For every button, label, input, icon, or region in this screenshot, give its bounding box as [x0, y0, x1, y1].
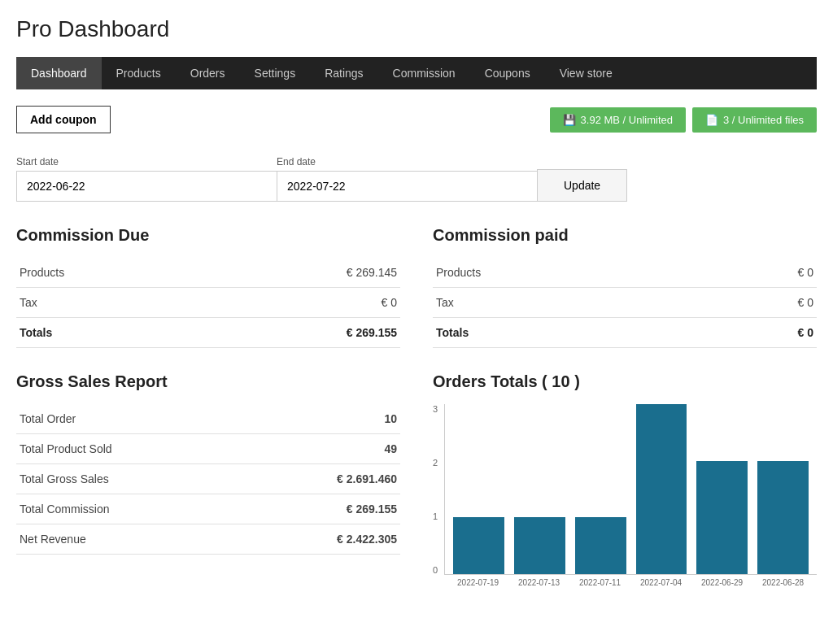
products-label: Products: [16, 258, 198, 288]
commission-due-panel: Commission Due Products € 269.145 Tax € …: [16, 226, 400, 348]
end-date-field: End date: [277, 156, 537, 202]
start-date-label: Start date: [16, 156, 277, 168]
storage-badges: 💾 3.92 MB / Unlimited 📄 3 / Unlimited fi…: [550, 107, 817, 133]
products-value: € 0: [700, 258, 817, 288]
commission-paid-panel: Commission paid Products € 0 Tax € 0 Tot…: [433, 226, 817, 348]
navigation: Dashboard Products Orders Settings Ratin…: [16, 57, 817, 89]
end-date-input[interactable]: [277, 171, 537, 202]
x-axis-label: 2022-07-04: [635, 578, 687, 587]
bar[interactable]: [453, 517, 504, 574]
table-row: Tax € 0: [16, 288, 400, 318]
table-row: Total Gross Sales € 2.691.460: [16, 464, 400, 494]
table-row: Products € 269.145: [16, 258, 400, 288]
products-value: € 269.145: [198, 258, 400, 288]
gross-sales-table: Total Order 10 Total Product Sold 49 Tot…: [16, 404, 400, 555]
tax-value: € 0: [700, 288, 817, 318]
tax-label: Tax: [16, 288, 198, 318]
x-axis-label: 2022-07-13: [513, 578, 565, 587]
page-title: Pro Dashboard: [16, 16, 817, 42]
nav-item-ratings[interactable]: Ratings: [310, 57, 377, 89]
storage-badge: 💾 3.92 MB / Unlimited: [550, 107, 686, 133]
commission-section: Commission Due Products € 269.145 Tax € …: [16, 226, 817, 348]
y-label-0: 0: [433, 565, 438, 575]
table-row: Total Product Sold 49: [16, 434, 400, 464]
table-row-totals: Totals € 0: [433, 318, 817, 348]
x-axis-label: 2022-06-29: [696, 578, 748, 587]
date-filter: Start date End date Update: [16, 153, 817, 202]
commission-paid-table: Products € 0 Tax € 0 Totals € 0: [433, 258, 817, 348]
start-date-input[interactable]: [16, 171, 277, 202]
products-label: Products: [433, 258, 700, 288]
totals-label: Totals: [433, 318, 700, 348]
total-order-label: Total Order: [16, 404, 246, 434]
total-commission-value: € 269.155: [246, 494, 400, 524]
tax-label: Tax: [433, 288, 700, 318]
orders-totals-panel: Orders Totals ( 10 ) 0 1 2 3: [433, 372, 817, 607]
table-row: Total Order 10: [16, 404, 400, 434]
total-gross-sales-value: € 2.691.460: [246, 464, 400, 494]
gross-sales-panel: Gross Sales Report Total Order 10 Total …: [16, 372, 400, 583]
files-badge: 📄 3 / Unlimited files: [692, 107, 817, 133]
bar[interactable]: [696, 461, 748, 574]
x-axis-label: 2022-07-19: [452, 578, 504, 587]
nav-item-commission[interactable]: Commission: [378, 57, 470, 89]
commission-paid-title: Commission paid: [433, 226, 817, 245]
total-gross-sales-label: Total Gross Sales: [16, 464, 246, 494]
bar[interactable]: [514, 517, 565, 574]
hdd-icon: 💾: [563, 114, 576, 126]
end-date-label: End date: [277, 156, 537, 168]
total-commission-label: Total Commission: [16, 494, 246, 524]
nav-item-settings[interactable]: Settings: [240, 57, 311, 89]
start-date-field: Start date: [16, 156, 277, 202]
nav-item-coupons[interactable]: Coupons: [470, 57, 545, 89]
file-icon: 📄: [705, 114, 718, 126]
commission-due-table: Products € 269.145 Tax € 0 Totals € 269.…: [16, 258, 400, 348]
table-row: Products € 0: [433, 258, 817, 288]
table-row: Net Revenue € 2.422.305: [16, 524, 400, 555]
table-row-totals: Totals € 269.155: [16, 318, 400, 348]
x-axis-label: 2022-06-28: [757, 578, 809, 587]
add-coupon-button[interactable]: Add coupon: [16, 106, 111, 133]
table-row: Total Commission € 269.155: [16, 494, 400, 524]
y-label-1: 1: [433, 511, 438, 521]
orders-totals-title: Orders Totals ( 10 ): [433, 372, 817, 391]
gross-sales-title: Gross Sales Report: [16, 372, 400, 391]
totals-label: Totals: [16, 318, 198, 348]
bar[interactable]: [636, 404, 687, 574]
tax-value: € 0: [198, 288, 400, 318]
y-label-3: 3: [433, 404, 438, 414]
nav-item-dashboard[interactable]: Dashboard: [16, 57, 102, 89]
bar[interactable]: [757, 461, 809, 574]
net-revenue-label: Net Revenue: [16, 524, 246, 555]
bottom-section: Gross Sales Report Total Order 10 Total …: [16, 372, 817, 607]
update-button[interactable]: Update: [537, 169, 627, 202]
bar[interactable]: [575, 517, 626, 574]
table-row: Tax € 0: [433, 288, 817, 318]
total-product-sold-label: Total Product Sold: [16, 434, 246, 464]
totals-value: € 0: [700, 318, 817, 348]
totals-value: € 269.155: [198, 318, 400, 348]
bar-chart-inner: [444, 404, 817, 575]
nav-item-products[interactable]: Products: [102, 57, 176, 89]
nav-item-view-store[interactable]: View store: [545, 57, 627, 89]
commission-due-title: Commission Due: [16, 226, 400, 245]
bar-chart: 0 1 2 3 2022-07-192022-07-132022-07-1120…: [433, 404, 817, 607]
net-revenue-value: € 2.422.305: [246, 524, 400, 555]
total-product-sold-value: 49: [246, 434, 400, 464]
nav-item-orders[interactable]: Orders: [176, 57, 240, 89]
y-label-2: 2: [433, 458, 438, 468]
x-axis-label: 2022-07-11: [574, 578, 626, 587]
toolbar: Add coupon 💾 3.92 MB / Unlimited 📄 3 / U…: [16, 106, 817, 133]
total-order-value: 10: [246, 404, 400, 434]
